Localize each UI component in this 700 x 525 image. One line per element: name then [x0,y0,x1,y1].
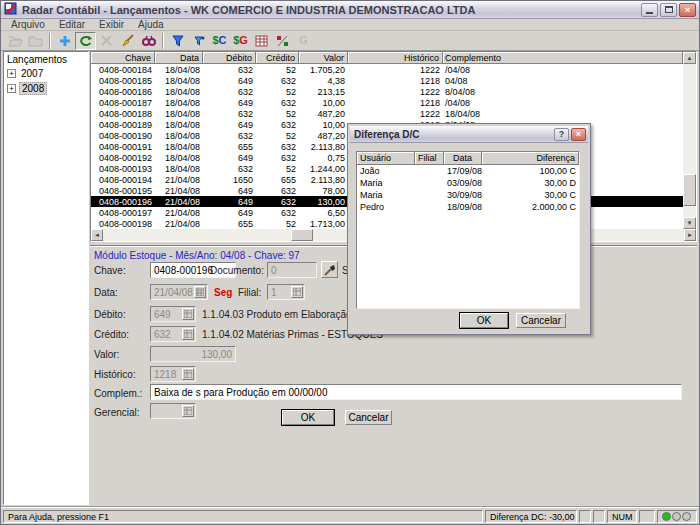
cell-diferença: 100,00 C [482,165,579,177]
scroll-left-button[interactable]: ◄ [91,229,103,241]
refresh-toolbar-button[interactable] [75,32,96,50]
vertical-scroll-thumb[interactable] [683,174,696,206]
vertical-scrollbar[interactable]: ▲ ▼ [683,52,696,229]
tree-item-2008[interactable]: +2008 [5,82,87,95]
tree-item-label[interactable]: 2007 [19,68,45,79]
complemento-label: Complem.: [94,388,142,399]
scroll-right-button[interactable]: ► [684,229,696,241]
horizontal-scroll-thumb[interactable] [291,229,313,241]
filial-lookup-button[interactable] [291,286,303,298]
expand-icon[interactable]: + [7,84,16,93]
table-row[interactable]: 0408-00018818/04/0863252487,20122218/04/… [91,108,683,119]
dialog-cancel-button[interactable]: Cancelar [516,313,566,328]
cell-débito: 649 [203,97,256,108]
table-row[interactable]: 0408-00018418/04/08632521.705,201222/04/… [91,64,683,75]
toolbar-separator [162,33,164,49]
table-row[interactable]: 0408-00018518/04/086496324,38121804/08 [91,75,683,86]
tree-item-2007[interactable]: +2007 [5,68,87,79]
data-label: Data: [94,287,118,298]
menu-ajuda[interactable]: Ajuda [132,19,170,30]
difference-row[interactable]: Maria30/09/0830,00 C [357,189,579,201]
column-header-chave[interactable]: Chave [91,52,155,64]
scroll-up-button[interactable]: ▲ [683,52,696,64]
money-g-toolbar-button[interactable]: $G [230,32,251,50]
cell-usuário: Maria [357,189,415,201]
cell-chave: 0408-000186 [91,86,155,97]
column-header-débito[interactable]: Débito [203,52,256,64]
ledger-toolbar-button[interactable] [251,32,272,50]
cell-chave: 0408-000187 [91,97,155,108]
documento-input[interactable]: 0 [267,262,317,278]
column-header-valor[interactable]: Valor [299,52,348,64]
difference-row[interactable]: Pedro18/09/082.000,00 C [357,201,579,213]
table-row[interactable]: 0408-00018618/04/0863252213,1512228/04/0… [91,86,683,97]
gerencial-lookup-button[interactable] [182,405,194,417]
form-cancel-button[interactable]: Cancelar [345,410,392,425]
filter-query-toolbar-button[interactable] [188,32,209,50]
historico-input[interactable]: 1218 [150,366,196,382]
cell-valor: 78,00 [299,185,348,196]
dialog-column-header-data[interactable]: Data [444,152,482,165]
credito-lookup-button[interactable] [182,328,194,340]
dialog-column-header-usuário[interactable]: Usuário [357,152,415,165]
clear-document-button[interactable] [321,261,338,278]
binoculars-icon [142,35,156,46]
form-ok-button[interactable]: OK [282,410,334,425]
menu-exibir[interactable]: Exibir [93,19,130,30]
cell-débito: 632 [203,163,256,174]
historico-lookup-button[interactable] [182,368,194,380]
restore-button[interactable] [660,3,677,17]
cell-valor: 1.244,00 [299,163,348,174]
debito-input[interactable]: 649 [150,306,196,322]
menu-editar[interactable]: Editar [53,19,91,30]
column-header-histórico[interactable]: Histórico [348,52,443,64]
filial-input[interactable]: 1 [267,284,305,300]
expand-icon[interactable]: + [7,69,16,78]
table-row[interactable]: 0408-00018718/04/0864963210,001218/04/08 [91,97,683,108]
cell-data: 18/04/08 [155,119,203,130]
money-c-icon: $C [212,35,226,46]
lookup-grid-icon [184,330,192,338]
calendar-lookup-button[interactable] [194,286,206,298]
open-folder-toolbar-button [4,32,25,50]
cell-débito: 649 [203,207,256,218]
close-button[interactable]: × [679,3,696,17]
cell-data: 18/04/08 [155,141,203,152]
cell-débito: 632 [203,130,256,141]
dialog-column-header-filial[interactable]: Filial [415,152,444,165]
refresh-icon [79,35,93,47]
binoculars-toolbar-button[interactable] [138,32,159,50]
dialog-column-header-diferença[interactable]: Diferença [482,152,579,165]
money-c-toolbar-button[interactable]: $C [209,32,230,50]
cell-crédito: 632 [256,75,299,86]
debito-lookup-button[interactable] [182,308,194,320]
data-input[interactable]: 21/04/08 [150,284,208,300]
led-gray-icon [682,512,691,521]
cell-débito: 649 [203,196,256,207]
difference-row[interactable]: Maria03/09/0830,00 D [357,177,579,189]
menu-arquivo[interactable]: Arquivo [5,19,51,30]
add-toolbar-button[interactable] [54,32,75,50]
column-header-complemento[interactable]: Complemento [443,52,683,64]
gerencial-input[interactable] [150,403,196,419]
dialog-close-button[interactable]: × [571,128,586,141]
credito-input[interactable]: 632 [150,326,196,342]
column-header-data[interactable]: Data [155,52,203,64]
valor-input[interactable]: 130,00 [150,346,236,362]
split-toolbar-button[interactable] [272,32,293,50]
cell-chave: 0408-000194 [91,174,155,185]
minimize-button[interactable] [641,3,658,17]
scroll-down-button[interactable]: ▼ [683,217,696,229]
dialog-ok-button[interactable]: OK [460,313,508,328]
dialog-help-button[interactable]: ? [554,128,569,141]
diferenca-dialog: Diferença D/C ? × UsuárioFilialDataDifer… [347,123,591,335]
cell-chave: 0408-000184 [91,64,155,75]
grid-header: ChaveDataDébitoCréditoValorHistóricoComp… [91,52,683,64]
filter-toolbar-button[interactable] [167,32,188,50]
column-header-crédito[interactable]: Crédito [256,52,299,64]
difference-row[interactable]: João17/09/08100,00 C [357,165,579,177]
clean-toolbar-button[interactable] [117,32,138,50]
tree-item-label[interactable]: 2008 [19,82,47,95]
complemento-input[interactable]: Baixa de s para Produção em 00/00/00 [150,384,682,400]
cell-crédito: 52 [256,218,299,229]
